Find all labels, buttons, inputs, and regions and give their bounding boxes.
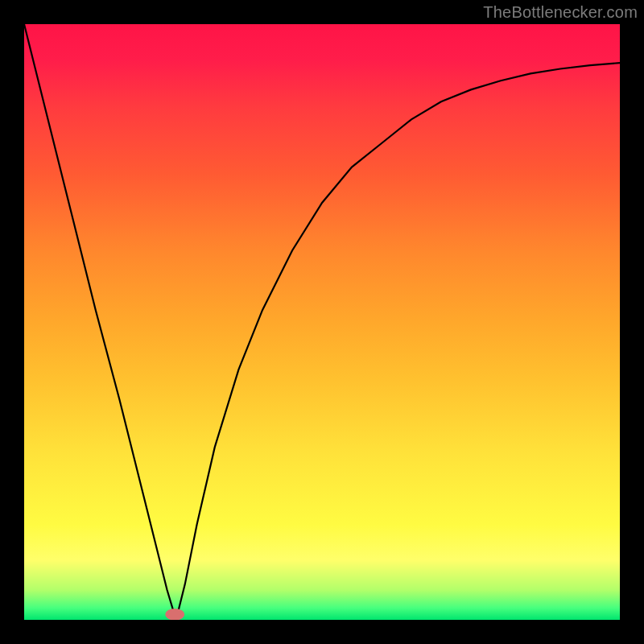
optimum-marker xyxy=(165,609,184,620)
bottleneck-curve xyxy=(24,24,620,620)
chart-frame: TheBottlenecker.com xyxy=(0,0,644,644)
chart-svg xyxy=(24,24,620,620)
watermark-text: TheBottlenecker.com xyxy=(483,3,638,22)
plot-area xyxy=(24,24,620,620)
